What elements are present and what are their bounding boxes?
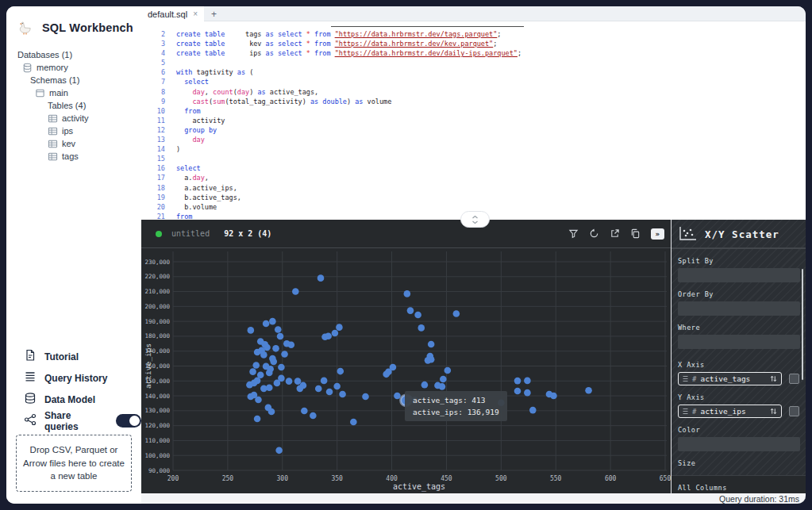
table-item-activity[interactable]: activity: [6, 113, 141, 125]
database-item-memory[interactable]: memory: [6, 62, 141, 74]
refresh-icon[interactable]: [589, 228, 599, 239]
menu-item-query-history[interactable]: Query History: [6, 367, 141, 389]
panel-scrollbar[interactable]: [802, 269, 803, 380]
code-line-12: 12 group by: [141, 126, 806, 136]
sql-editor[interactable]: 2create table tags as select * from "htt…: [141, 21, 806, 220]
drag-handle-icon[interactable]: [683, 408, 688, 415]
main-area: default.sql × + 2create table tags as se…: [141, 6, 806, 504]
y-axis-label: Y Axis: [678, 393, 806, 401]
y-axis-field[interactable]: # active_ips: [678, 405, 782, 418]
editor-tabbar: default.sql × +: [141, 6, 806, 21]
dropzone-text: Drop CSV, Parquet or Arrow files here to…: [20, 443, 128, 483]
split-drag-handle[interactable]: [460, 211, 490, 228]
menu-item-label: Tutorial: [44, 351, 79, 362]
table-item-ips[interactable]: ips: [6, 125, 141, 137]
new-tab-button[interactable]: +: [206, 6, 221, 21]
tables-label: Tables (4): [48, 101, 86, 110]
query-duration: Query duration: 31ms: [719, 494, 806, 504]
menu-item-data-model[interactable]: Data Model: [6, 389, 141, 410]
tab-default-sql[interactable]: default.sql ×: [141, 6, 204, 21]
data-model-icon: [24, 392, 37, 408]
share-icon: [24, 413, 37, 429]
svg-text:110,000: 110,000: [144, 437, 170, 444]
code-line-10: 10 from: [141, 107, 806, 117]
schema-item-main[interactable]: main: [6, 87, 141, 99]
copy-icon[interactable]: [630, 228, 641, 239]
databases-label-row: Databases (1): [6, 49, 141, 61]
table-item-tags[interactable]: tags: [6, 151, 141, 163]
where-input[interactable]: [678, 335, 800, 349]
results-panel: untitled 92 x 2 (4): [141, 220, 806, 504]
svg-text:200,000: 200,000: [144, 303, 170, 310]
file-dropzone[interactable]: Drop CSV, Parquet or Arrow files here to…: [16, 435, 132, 492]
share-queries-toggle[interactable]: [116, 414, 141, 428]
code-line-14: 14): [141, 145, 806, 155]
x-axis-label: X Axis: [678, 361, 806, 369]
drag-handle-icon[interactable]: [683, 375, 688, 382]
open-external-icon[interactable]: [610, 228, 620, 239]
svg-text:200: 200: [167, 475, 179, 482]
svg-text:220,000: 220,000: [144, 273, 170, 280]
schema-icon: [35, 88, 45, 98]
svg-text:500: 500: [495, 475, 507, 482]
svg-text:active_ips: active_ips: [144, 343, 152, 389]
split-by-input[interactable]: [678, 268, 800, 282]
svg-text:140,000: 140,000: [144, 393, 170, 400]
code-line-8: 8 day, count(day) as active_tags,: [141, 88, 806, 98]
menu-item-label: Query History: [44, 373, 107, 384]
number-type-icon: #: [692, 375, 696, 383]
color-input[interactable]: [678, 437, 800, 451]
menu-item-label: Data Model: [44, 394, 95, 405]
database-tree: Databases (1) memory Schemas (1) main: [6, 49, 141, 163]
schema-name: main: [49, 88, 68, 98]
x-axis-field[interactable]: # active_tags: [678, 372, 782, 385]
x-axis-checkbox[interactable]: [789, 374, 799, 384]
where-label: Where: [678, 324, 806, 332]
chart-config-panel: X/Y Scatter Split By Order By Where X Ax…: [671, 220, 806, 493]
document-icon: [24, 349, 37, 365]
expand-panel-button[interactable]: »: [651, 228, 664, 240]
status-dot: [156, 231, 162, 237]
svg-text:350: 350: [331, 475, 343, 482]
result-name: untitled: [171, 229, 210, 238]
svg-text:190,000: 190,000: [144, 318, 170, 325]
sort-arrows-icon[interactable]: [770, 375, 777, 382]
scatter-chart[interactable]: 20025030035040045050055060065090,000100,…: [141, 248, 671, 493]
number-type-icon: #: [692, 408, 696, 416]
line1-underline-remnant: [331, 26, 524, 27]
svg-text:100,000: 100,000: [144, 452, 170, 459]
table-name: ips: [62, 126, 73, 136]
table-name: activity: [62, 113, 89, 123]
menu-item-tutorial[interactable]: Tutorial: [6, 346, 141, 367]
sort-arrows-icon[interactable]: [770, 408, 777, 415]
results-toolbar: »: [568, 228, 664, 240]
sidebar: SQL Workbench Databases (1) memory Schem…: [6, 6, 141, 504]
svg-text:600: 600: [605, 475, 617, 482]
app-logo: SQL Workbench: [6, 6, 141, 36]
results-header: untitled 92 x 2 (4): [141, 220, 671, 248]
filter-icon[interactable]: [568, 228, 579, 239]
order-by-input[interactable]: [678, 301, 800, 316]
tab-close-icon[interactable]: ×: [193, 10, 198, 18]
table-name: kev: [62, 139, 75, 148]
table-item-kev[interactable]: kev: [6, 138, 141, 150]
svg-text:210,000: 210,000: [144, 288, 170, 295]
code-line-17: 17 a.day,: [141, 174, 806, 183]
code-line-11: 11 activity: [141, 117, 806, 126]
y-axis-checkbox[interactable]: [789, 406, 799, 416]
code-line-5: 5: [141, 59, 806, 68]
database-icon: [22, 63, 33, 73]
svg-text:400: 400: [386, 475, 398, 482]
database-name: memory: [37, 63, 68, 72]
code-lines: 2create table tags as select * from "htt…: [141, 30, 806, 220]
svg-text:120,000: 120,000: [144, 422, 170, 429]
svg-text:300: 300: [277, 475, 289, 482]
code-line-13: 13 day: [141, 136, 806, 145]
tables-label-row: Tables (4): [6, 100, 141, 112]
status-bar: Query duration: 31ms: [141, 493, 806, 504]
code-line-6: 6with tagtivity as (: [141, 68, 806, 78]
menu-item-share-queries[interactable]: Share queries: [6, 410, 141, 431]
svg-text:130,000: 130,000: [144, 407, 170, 414]
svg-text:90,000: 90,000: [148, 467, 171, 474]
table-icon: [48, 139, 58, 149]
